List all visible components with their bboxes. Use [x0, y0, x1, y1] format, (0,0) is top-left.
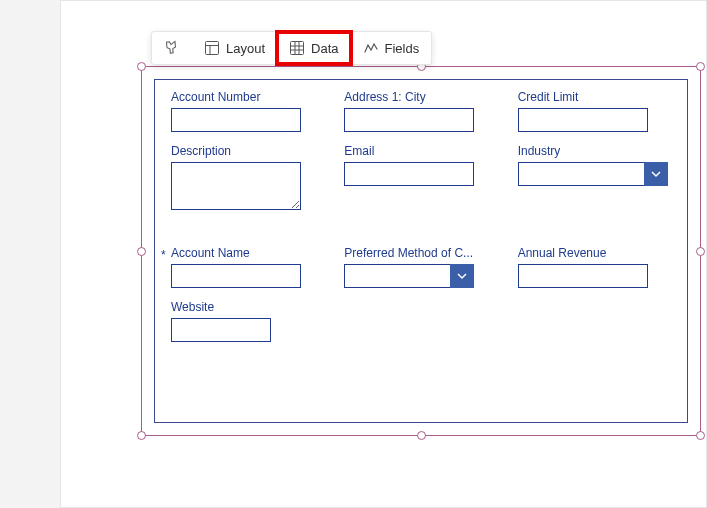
fields-tab-label: Fields [385, 41, 420, 56]
layout-tab-label: Layout [226, 41, 265, 56]
selection-frame[interactable]: Account Number Address 1: City Credit Li… [141, 66, 701, 436]
empty-cell [344, 300, 497, 342]
website-input[interactable] [171, 318, 271, 342]
field-website[interactable]: Website [171, 300, 324, 342]
account-name-input[interactable] [171, 264, 301, 288]
select-box [518, 162, 644, 186]
svg-rect-3 [291, 42, 304, 55]
field-credit-limit[interactable]: Credit Limit [518, 90, 671, 132]
field-label: Address 1: City [344, 90, 497, 104]
field-label: Account Number [171, 90, 324, 104]
fields-tab[interactable]: Fields [351, 32, 432, 64]
address1-city-input[interactable] [344, 108, 474, 132]
layout-icon [204, 40, 220, 56]
pin-icon [164, 40, 180, 56]
field-address1-city[interactable]: Address 1: City [344, 90, 497, 132]
resize-handle-bottom-left[interactable] [137, 431, 146, 440]
resize-handle-top-left[interactable] [137, 62, 146, 71]
resize-handle-top-right[interactable] [696, 62, 705, 71]
context-toolbar: Layout Data Fields [151, 31, 432, 65]
field-preferred-method[interactable]: Preferred Method of C... [344, 246, 497, 288]
field-industry[interactable]: Industry [518, 144, 671, 210]
chevron-down-icon [644, 162, 668, 186]
preferred-method-select[interactable] [344, 264, 474, 288]
form-grid: Account Number Address 1: City Credit Li… [171, 90, 671, 342]
select-box [344, 264, 450, 288]
pin-button[interactable] [152, 32, 192, 64]
resize-handle-bottom-right[interactable] [696, 431, 705, 440]
section-divider [171, 222, 671, 234]
form-group[interactable]: Account Number Address 1: City Credit Li… [154, 79, 688, 423]
field-label: Website [171, 300, 324, 314]
field-label: Preferred Method of C... [344, 246, 497, 260]
data-tab-label: Data [311, 41, 338, 56]
description-input[interactable] [171, 162, 301, 210]
field-description[interactable]: Description [171, 144, 324, 210]
layout-tab[interactable]: Layout [192, 32, 277, 64]
account-number-input[interactable] [171, 108, 301, 132]
field-annual-revenue[interactable]: Annual Revenue [518, 246, 671, 288]
field-account-name[interactable]: * Account Name [171, 246, 324, 288]
svg-rect-0 [206, 42, 219, 55]
field-label: Email [344, 144, 497, 158]
credit-limit-input[interactable] [518, 108, 648, 132]
field-label: Industry [518, 144, 671, 158]
email-input[interactable] [344, 162, 474, 186]
field-email[interactable]: Email [344, 144, 497, 210]
canvas-area: Layout Data Fields [60, 0, 707, 508]
resize-handle-middle-left[interactable] [137, 247, 146, 256]
field-label: Credit Limit [518, 90, 671, 104]
field-label: Account Name [171, 246, 324, 260]
field-label: Annual Revenue [518, 246, 671, 260]
industry-select[interactable] [518, 162, 668, 186]
fields-icon [363, 40, 379, 56]
data-tab[interactable]: Data [277, 32, 350, 64]
chevron-down-icon [450, 264, 474, 288]
resize-handle-bottom-middle[interactable] [417, 431, 426, 440]
required-marker: * [161, 248, 166, 262]
field-account-number[interactable]: Account Number [171, 90, 324, 132]
empty-cell [518, 300, 671, 342]
annual-revenue-input[interactable] [518, 264, 648, 288]
field-label: Description [171, 144, 324, 158]
grid-icon [289, 40, 305, 56]
resize-handle-middle-right[interactable] [696, 247, 705, 256]
